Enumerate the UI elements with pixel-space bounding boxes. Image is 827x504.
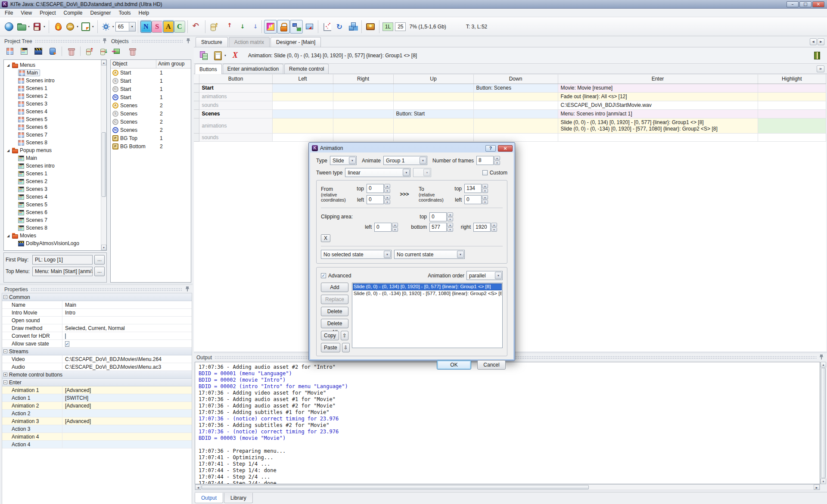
- spin-up-icon[interactable]: ▲: [384, 184, 390, 188]
- maximize-icon[interactable]: □: [799, 1, 811, 7]
- checkbox-icon[interactable]: [65, 333, 66, 339]
- chevron-down-icon[interactable]: ▼: [420, 157, 426, 164]
- animate-combo[interactable]: Group 1▼: [383, 156, 427, 165]
- reload-button[interactable]: [333, 20, 346, 34]
- matrix-cell-right[interactable]: [333, 109, 393, 118]
- tree-item[interactable]: Scenes 7: [4, 131, 100, 139]
- settings-gear-button[interactable]: ▼: [100, 20, 115, 34]
- property-group-header[interactable]: −Streams: [2, 348, 192, 355]
- zoom-combo[interactable]: 65▼: [115, 22, 136, 31]
- matrix-cell-up[interactable]: [393, 133, 473, 141]
- spin-up-icon[interactable]: ▲: [384, 195, 390, 199]
- spin-up-icon[interactable]: ▲: [494, 156, 500, 160]
- delete-animation-button[interactable]: [229, 49, 242, 62]
- to-top-spinner[interactable]: 134 ▲▼: [464, 184, 488, 193]
- matrix-cell-down[interactable]: [473, 118, 558, 133]
- tree-item[interactable]: Scenes intro: [4, 162, 100, 170]
- minimize-icon[interactable]: –: [787, 1, 799, 7]
- library-button[interactable]: [811, 49, 824, 62]
- matrix-cell-left[interactable]: [272, 118, 333, 133]
- scroll-thumb[interactable]: [102, 132, 106, 197]
- subtab-remote-control[interactable]: Remote control: [284, 64, 329, 74]
- subtab-buttons[interactable]: Buttons: [195, 64, 222, 74]
- spin-down-icon[interactable]: ▼: [392, 227, 398, 232]
- property-value[interactable]: [62, 441, 192, 448]
- output-tab-output[interactable]: Output: [195, 493, 223, 503]
- spin-down-icon[interactable]: ▼: [384, 200, 390, 204]
- move-up-icon[interactable]: ⇧: [341, 331, 348, 340]
- matrix-cell-enter[interactable]: Fade out {linear}: All <s> [12]: [558, 92, 758, 101]
- chevron-down-icon[interactable]: ▼: [129, 22, 135, 31]
- expander-icon[interactable]: ◢: [6, 149, 10, 152]
- add-popup-menu-button[interactable]: [18, 44, 31, 58]
- chevron-down-icon[interactable]: ▼: [112, 25, 115, 28]
- matrix-cell-down[interactable]: [473, 92, 558, 101]
- delete-object-button[interactable]: [126, 44, 139, 58]
- object-row[interactable]: PBG Bottom2: [111, 142, 191, 150]
- animation-list[interactable]: Slide (0, 0) - (0, 134) [0, 1920] - [0, …: [352, 283, 503, 348]
- scroll-left-icon[interactable]: ◀: [195, 485, 201, 490]
- export-button[interactable]: ▼: [80, 20, 95, 34]
- swap-streams-button[interactable]: [264, 20, 277, 34]
- property-value[interactable]: [62, 332, 192, 339]
- tab-scroll-right-icon[interactable]: ▶: [818, 38, 824, 45]
- chevron-down-icon[interactable]: ▼: [224, 54, 227, 57]
- matrix-cell-enter[interactable]: [558, 133, 758, 141]
- object-row[interactable]: CScenes2: [111, 118, 191, 126]
- property-value[interactable]: [62, 317, 192, 324]
- paste-button[interactable]: Paste: [321, 343, 340, 352]
- clip-right-spinner[interactable]: 1920 ▲▼: [473, 223, 498, 232]
- matrix-cell-enter[interactable]: Slide (0, 0) - (0, 134) [0, 1920] - [0, …: [558, 118, 758, 133]
- pin-icon[interactable]: [103, 38, 107, 45]
- collapse-panel-icon[interactable]: »: [817, 65, 824, 72]
- row-handle[interactable]: [194, 92, 199, 101]
- tree-item[interactable]: Scenes 4: [4, 193, 100, 201]
- property-group-header[interactable]: +Remote control buttons: [2, 371, 192, 379]
- property-value[interactable]: [SWITCH]: [62, 394, 192, 401]
- clip-bottom-spinner[interactable]: 577 ▲▼: [429, 223, 454, 232]
- chevron-down-icon[interactable]: ▼: [92, 25, 94, 28]
- world-button[interactable]: [3, 20, 16, 34]
- tree-item[interactable]: ◢Popup menus: [4, 146, 100, 154]
- expander-icon[interactable]: −: [3, 349, 7, 353]
- scroll-down-icon[interactable]: ▼: [101, 245, 106, 250]
- matrix-cell-up[interactable]: Button: Start: [393, 109, 473, 118]
- object-row[interactable]: SScenes2: [111, 109, 191, 118]
- tree-item[interactable]: Scenes 3: [4, 185, 100, 193]
- matrix-button-cell[interactable]: animations: [199, 92, 272, 101]
- matrix-cell-highlight[interactable]: [758, 101, 826, 109]
- tab-structure[interactable]: Structure: [196, 37, 228, 47]
- expander-icon[interactable]: ◢: [6, 63, 10, 67]
- mux-cubes-button[interactable]: [346, 20, 359, 34]
- tree-item[interactable]: ◢Menus: [4, 61, 100, 69]
- matrix-cell-right[interactable]: [333, 84, 393, 92]
- menu-view[interactable]: View: [17, 9, 36, 17]
- matrix-cell-up[interactable]: [393, 92, 473, 101]
- object-row[interactable]: NScenes2: [111, 126, 191, 134]
- tween-sub-combo[interactable]: ▼: [413, 168, 431, 177]
- spin-up-icon[interactable]: ▲: [447, 212, 453, 217]
- insert-column-after-button[interactable]: [246, 20, 259, 34]
- matrix-cell-right[interactable]: [333, 101, 393, 109]
- poster-button[interactable]: [364, 20, 377, 34]
- scroll-right-icon[interactable]: ▶: [814, 485, 820, 490]
- add-movie-button[interactable]: [32, 44, 45, 58]
- row-handle[interactable]: [194, 109, 199, 118]
- tween-combo[interactable]: linear▼: [345, 168, 410, 177]
- compile-button[interactable]: [51, 20, 64, 34]
- output-console[interactable]: 17:07:36 - Adding audio asset #2 for "In…: [195, 362, 820, 484]
- tree-item[interactable]: Scenes 8: [4, 139, 100, 146]
- lock-streams-button[interactable]: [277, 20, 290, 34]
- property-value[interactable]: C:\ESCAPE_DoVi_BDJ\Movies\Menu.264: [62, 355, 192, 363]
- property-value[interactable]: C:\ESCAPE_DoVi_BDJ\Movies\Menu.ac3: [62, 363, 192, 370]
- spin-down-icon[interactable]: ▼: [447, 227, 453, 232]
- copy-matrix-button[interactable]: [197, 49, 210, 62]
- chevron-down-icon[interactable]: ▼: [76, 25, 79, 28]
- matrix-button-cell[interactable]: Start: [199, 84, 272, 92]
- matrix-cell-right[interactable]: [333, 118, 393, 133]
- advanced-checkbox[interactable]: ✓: [321, 273, 326, 278]
- copy-button[interactable]: Copy: [321, 331, 339, 340]
- tree-item[interactable]: Scenes 5: [4, 115, 100, 123]
- tree-scrollbar[interactable]: ▲ ▼: [101, 60, 106, 250]
- matrix-cell-enter[interactable]: C:\ESCAPE_DoVi_BDJ\StartMovie.wav: [558, 101, 758, 109]
